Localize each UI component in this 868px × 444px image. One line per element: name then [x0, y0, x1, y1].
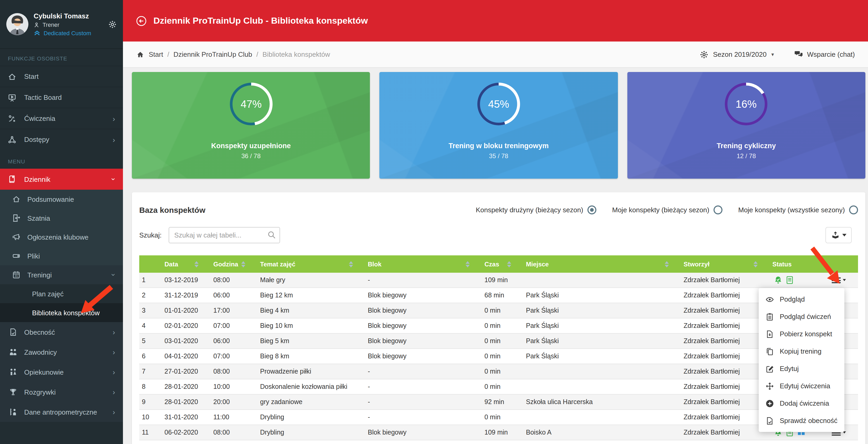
konspekty-table: Data Godzina Temat zajęć Blok Czas Miejs… — [139, 255, 858, 440]
radio-dot[interactable] — [587, 205, 596, 214]
column-header-godzina[interactable]: Godzina — [213, 255, 260, 273]
sort-icon[interactable] — [507, 261, 511, 267]
page-title: Dziennik ProTrainUp Club - Biblioteka ko… — [153, 15, 368, 26]
sidebar-item-plan-zajec[interactable]: Plan zajęć — [0, 284, 123, 303]
search-input[interactable] — [168, 227, 280, 243]
table-row: 1 03-12-2019 08:00 Małe gry - 109 min Zd… — [139, 273, 858, 288]
card-ratio: 12 / 78 — [737, 152, 756, 160]
sidebar-item-opiekunowie[interactable]: Opiekunowie › — [0, 362, 123, 382]
breadcrumb-start[interactable]: Start — [149, 51, 163, 58]
sidebar-item-zawodnicy[interactable]: Zawodnicy › — [0, 342, 123, 362]
sidebar-item-podsumowanie[interactable]: Podsumowanie — [0, 190, 123, 209]
dziennik-submenu: Podsumowanie Szatnia Ogłoszenia klubowe … — [0, 190, 123, 322]
door-exit-icon — [12, 214, 21, 222]
season-label: Sezon 2019/2020 — [713, 51, 767, 58]
chat-icon — [795, 51, 803, 58]
settings-gear-icon[interactable] — [108, 20, 117, 29]
row-actions-menu-button[interactable] — [832, 277, 846, 283]
sidebar-item-treningi[interactable]: 31 Treningi › — [0, 265, 123, 284]
sidebar-item-start[interactable]: Start — [0, 66, 123, 87]
sidebar-item-cwiczenia[interactable]: Ćwiczenia › — [0, 108, 123, 129]
column-header-czas[interactable]: Czas — [485, 255, 526, 273]
document-icon — [785, 276, 794, 284]
column-header-stworzyl[interactable]: Stworzył — [684, 255, 772, 273]
support-label: Wsparcie (chat) — [807, 51, 855, 58]
sidebar-bottom-group: Obecność › Zawodnicy › Opiekunowie › Roz… — [0, 322, 123, 422]
percent-value: 47% — [240, 98, 261, 110]
rank-chevrons-icon — [34, 29, 40, 36]
stat-card-blok-treningowy: 45% Trening w bloku treningowym 35 / 78 — [380, 72, 618, 179]
menu-item-podglad-cwiczen[interactable]: Podgląd ćwiczeń — [759, 308, 844, 325]
chevron-down-icon — [843, 279, 846, 281]
card-ratio: 36 / 78 — [242, 152, 260, 160]
column-header-miejsce[interactable]: Miejsce — [526, 255, 684, 273]
sidebar-item-biblioteka-konspektow[interactable]: Biblioteka konspektów — [0, 303, 123, 322]
sort-icon[interactable] — [241, 261, 245, 267]
baza-konspektow-panel: Baza konspektów Konspekty drużyny (bieżą… — [132, 192, 865, 444]
sidebar-item-rozgrywki[interactable]: Rozgrywki › — [0, 382, 123, 402]
breadcrumb-dziennik[interactable]: Dziennik ProTrainUp Club — [174, 51, 252, 58]
table-row: 402-01-202007:00Bieg 10 kmBlok biegowy0 … — [139, 318, 858, 334]
radio-moje-konspekty-sezon[interactable]: Moje konspekty (bieżący sezon) — [612, 205, 722, 214]
sidebar-item-szatnia[interactable]: Szatnia — [0, 209, 123, 227]
profile-plan[interactable]: Dedicated Custom — [43, 30, 91, 36]
sidebar-item-pliki[interactable]: Pliki — [0, 247, 123, 265]
sidebar-section-personal: FUNKCJE OSOBISTE — [0, 49, 123, 66]
sort-icon[interactable] — [466, 261, 470, 267]
move-icon — [766, 382, 774, 390]
sidebar-item-dane-antropometryczne[interactable]: Dane antropometryczne › — [0, 402, 123, 422]
profile-info: Cybulski Tomasz Trener Dedicated Custom — [34, 12, 91, 36]
table-row: 1031-01-202011:00Drybling-0 minZdrzałek … — [139, 410, 858, 425]
chevron-down-icon — [842, 234, 846, 236]
sort-icon[interactable] — [665, 261, 669, 267]
search-icon — [267, 231, 276, 239]
sidebar: Cybulski Tomasz Trener Dedicated Custom … — [0, 0, 123, 444]
support-chat-link[interactable]: Wsparcie (chat) — [795, 51, 855, 58]
tactic-board-icon — [8, 93, 16, 102]
drive-icon — [12, 252, 21, 260]
guardians-icon — [9, 368, 17, 376]
progress-ring: 47% — [229, 82, 273, 126]
network-icon — [8, 135, 16, 144]
copy-icon — [766, 347, 774, 355]
column-header-data[interactable]: Data — [164, 255, 213, 273]
chevron-right-icon: › — [113, 388, 115, 396]
export-icon — [831, 231, 839, 239]
menu-item-pobierz-konspekt[interactable]: Pobierz konspekt — [759, 325, 844, 343]
megaphone-icon — [12, 233, 21, 241]
sort-icon[interactable] — [349, 261, 353, 267]
menu-item-edytuj-cwiczenia[interactable]: Edytuj ćwiczenia — [759, 377, 844, 394]
menu-item-kopiuj-trening[interactable]: Kopiuj trening — [759, 343, 844, 360]
sidebar-item-dostepy[interactable]: Dostępy › — [0, 129, 123, 150]
sort-icon[interactable] — [194, 261, 198, 267]
sidebar-item-tactic-board[interactable]: Tactic Board — [0, 87, 123, 108]
sort-icon[interactable] — [753, 261, 758, 267]
measurements-icon — [9, 408, 17, 416]
chevron-right-icon: › — [113, 368, 115, 376]
column-header-blok[interactable]: Blok — [368, 255, 485, 273]
table-header: Data Godzina Temat zajęć Blok Czas Miejs… — [139, 255, 858, 273]
menu-item-sprawdz-obecnosc[interactable]: Sprawdź obecność — [759, 412, 844, 429]
radio-moje-konspekty-wszystkie[interactable]: Moje konspekty (wszystkie sezony) — [738, 205, 858, 214]
svg-text:31: 31 — [15, 274, 18, 278]
export-button[interactable] — [826, 227, 852, 243]
menu-item-podglad[interactable]: Podgląd — [759, 291, 844, 308]
row-actions-dropdown: Podgląd Podgląd ćwiczeń Pobierz konspekt… — [759, 288, 844, 432]
menu-item-edytuj[interactable]: Edytuj — [759, 360, 844, 377]
season-selector[interactable]: Sezon 2019/2020 ▾ — [700, 50, 774, 59]
table-row: 301-01-202017:00Bieg 4 kmBlok biegowy0 m… — [139, 303, 858, 318]
percent-value: 45% — [488, 98, 509, 110]
radio-dot[interactable] — [714, 205, 722, 214]
radio-dot[interactable] — [849, 205, 858, 214]
table-row: 928-01-202020:00gry zadaniowe-92 minSzko… — [139, 394, 858, 410]
home-icon[interactable] — [136, 51, 145, 58]
radio-konspekty-druzyny[interactable]: Konspekty drużyny (bieżący sezon) — [476, 205, 596, 214]
chevron-right-icon: › — [113, 328, 115, 336]
menu-item-dodaj-cwiczenia[interactable]: Dodaj ćwiczenia — [759, 394, 844, 412]
sidebar-item-dziennik[interactable]: Dziennik › — [0, 169, 123, 190]
sidebar-item-ogloszenia[interactable]: Ogłoszenia klubowe — [0, 227, 123, 247]
column-header-temat[interactable]: Temat zajęć — [260, 255, 368, 273]
progress-ring: 16% — [724, 82, 769, 126]
back-button[interactable] — [136, 15, 147, 26]
sidebar-item-obecnosc[interactable]: Obecność › — [0, 322, 123, 342]
